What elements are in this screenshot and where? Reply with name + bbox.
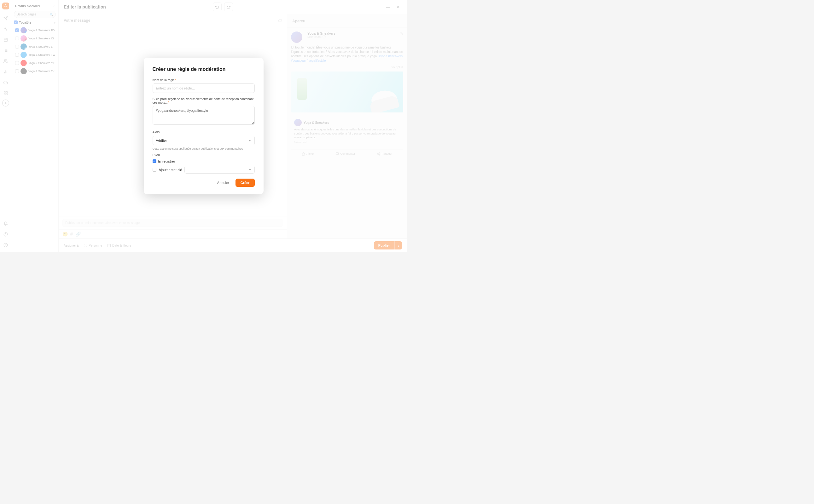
- keyword-select[interactable]: [184, 166, 255, 174]
- ajouter-checkbox[interactable]: [152, 168, 156, 172]
- ajouter-mot-cle-label: Ajouter mot-clé: [159, 168, 182, 172]
- modal-title: Créer une règle de modération: [152, 66, 255, 72]
- ajouter-mot-cle-row: Ajouter mot-clé ▼: [152, 166, 255, 174]
- required-star: *: [175, 78, 176, 82]
- rule-name-input[interactable]: [152, 83, 255, 93]
- alors-select[interactable]: Vérifier: [152, 136, 255, 145]
- et-ou-label: Et/ou...: [152, 153, 255, 157]
- cancel-button[interactable]: Annuler: [214, 179, 233, 187]
- moderation-modal: Créer une règle de modération Nom de la …: [144, 58, 264, 194]
- alors-select-wrapper: Vérifier ▼: [152, 136, 255, 145]
- keywords-label: Si ce profil reçoit de nouveaux éléments…: [152, 97, 255, 104]
- enregistrer-checkbox[interactable]: [152, 159, 156, 163]
- enregistrer-label: Enregistrer: [158, 159, 175, 163]
- required-star-2: *: [168, 101, 169, 104]
- create-button[interactable]: Créer: [236, 179, 255, 187]
- enregistrer-row: Enregistrer: [152, 159, 255, 163]
- modal-actions: Annuler Créer: [152, 179, 255, 187]
- form-note: Cette action ne sera appliquée qu'aux pu…: [152, 147, 255, 150]
- keyword-select-wrapper: ▼: [184, 166, 255, 174]
- alors-label: Alors: [152, 130, 255, 134]
- keywords-textarea[interactable]: #yogaandsneakers, #yogalifestyle: [152, 106, 255, 125]
- modal-overlay: Créer une règle de modération Nom de la …: [0, 0, 407, 252]
- rule-name-label: Nom de la règle*: [152, 78, 255, 82]
